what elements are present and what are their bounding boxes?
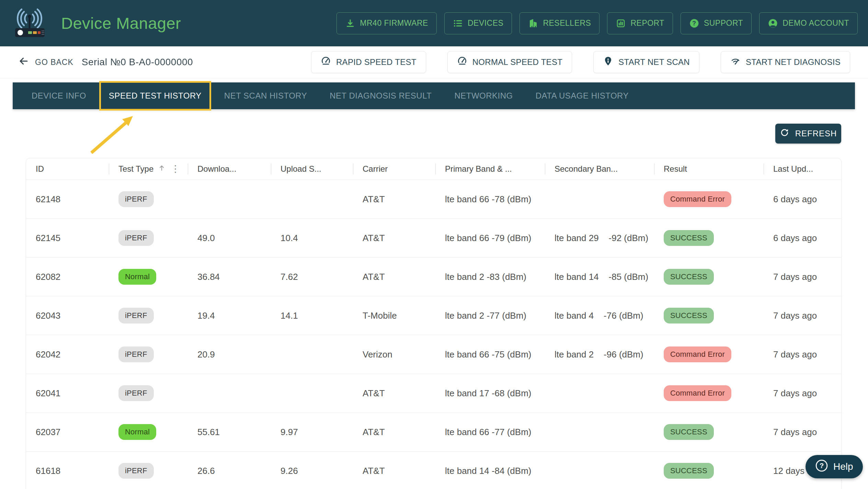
table-header-row: IDTest Type⋮Downloa...Upload S...Carrier… [26,158,841,180]
toolbar-button-start-net-scan[interactable]: START NET SCAN [593,51,699,73]
column-header-primary-band[interactable]: Primary Band & ... [435,158,545,180]
cell-download: 26.6 [188,466,271,476]
download-icon [345,18,355,29]
help-label: Help [833,461,853,472]
cell-id: 62082 [26,272,109,282]
tab-device-info[interactable]: DEVICE INFO [32,91,98,101]
tab-speed-test-history-highlighted[interactable]: SPEED TEST HISTORY [99,81,211,111]
cell-download: 36.84 [188,272,271,282]
table-body: 62148iPERFAT&Tlte band 66 -78 (dBm)Comma… [26,180,841,489]
nav-button-label: REPORT [630,19,664,28]
cell-id: 62042 [26,349,109,360]
table-row[interactable]: 61618iPERF26.69.26AT&Tlte band 14 -84 (d… [26,451,841,489]
cell-download: 49.0 [188,233,271,243]
cell-test-type: iPERF [109,346,188,362]
column-header-carrier[interactable]: Carrier [353,158,435,180]
table-row[interactable]: 62082Normal36.847.62AT&Tlte band 2 -83 (… [26,257,841,296]
device-toolbar: GO BACK Serial №0 B-A0-0000000 RAPID SPE… [0,46,868,78]
column-header-label: Test Type [118,164,153,174]
column-header-label: Downloa... [197,164,236,174]
toolbar-button-label: NORMAL SPEED TEST [472,57,563,67]
cell-id: 62148 [26,194,109,205]
annotation-arrow [86,112,144,158]
cell-secondary-band: lte band 14 -85 (dBm) [545,272,654,282]
nav-button-label: SUPPORT [704,19,743,28]
nav-button-label: RESELLERS [543,19,591,28]
cell-primary-band: lte band 17 -68 (dBm) [435,388,545,399]
nav-button-label: DEMO ACCOUNT [783,19,849,28]
speed-test-history-table: IDTest Type⋮Downloa...Upload S...Carrier… [26,158,842,489]
tab-data-usage-history[interactable]: DATA USAGE HISTORY [524,91,640,101]
cell-last-updated: 6 days ago [764,194,841,205]
column-header-test-type[interactable]: Test Type⋮ [109,158,188,180]
app-header: Device Manager MR40 FIRMWAREDEVICESRESEL… [0,0,868,46]
cell-test-type: Normal [109,424,188,440]
column-header-upload-s[interactable]: Upload S... [271,158,353,180]
cell-id: 62043 [26,310,109,321]
nav-button-mr40-firmware[interactable]: MR40 FIRMWARE [336,12,437,34]
table-row[interactable]: 62145iPERF49.010.4AT&Tlte band 66 -79 (d… [26,218,841,257]
column-header-downloa[interactable]: Downloa... [188,158,271,180]
cell-last-updated: 7 days ago [764,427,841,437]
toolbar-button-normal-speed-test[interactable]: NORMAL SPEED TEST [447,51,572,73]
cell-carrier: T-Mobile [353,310,435,321]
cell-last-updated: 7 days ago [764,388,841,399]
cell-test-type: iPERF [109,308,188,323]
cell-carrier: AT&T [353,427,435,437]
device-serial-number: Serial №0 B-A0-0000000 [82,57,193,68]
nav-button-support[interactable]: ?SUPPORT [681,12,752,34]
column-menu-icon[interactable]: ⋮ [169,163,182,175]
gauge-icon [457,56,467,68]
column-header-last-upd[interactable]: Last Upd... [764,158,841,180]
cell-result: SUCCESS [654,463,764,479]
nav-button-report[interactable]: REPORT [607,12,673,34]
table-row[interactable]: 62148iPERFAT&Tlte band 66 -78 (dBm)Comma… [26,180,841,218]
result-badge: SUCCESS [664,269,714,285]
nav-button-resellers[interactable]: RESELLERS [519,12,599,34]
cell-id: 62041 [26,388,109,399]
toolbar-button-rapid-speed-test[interactable]: RAPID SPEED TEST [311,51,426,73]
cell-primary-band: lte band 66 -78 (dBm) [435,194,545,205]
cell-last-updated: 6 days ago [764,233,841,243]
result-badge: Command Error [664,191,731,207]
table-row[interactable]: 62037Normal55.619.97AT&Tlte band 66 -77 … [26,412,841,451]
question-icon: ? [689,18,699,29]
column-header-id[interactable]: ID [26,158,109,180]
nav-button-demo-account[interactable]: DEMO ACCOUNT [759,12,858,34]
tab-net-scan-history[interactable]: NET SCAN HISTORY [213,91,318,101]
table-row[interactable]: 62042iPERF20.9Verizonlte band 66 -75 (dB… [26,335,841,374]
person-icon [768,18,778,29]
result-badge: SUCCESS [664,230,714,246]
wifi-diagnosis-icon [730,56,741,68]
cell-test-type: iPERF [109,385,188,401]
help-question-icon: ? [815,459,828,475]
cell-id: 61618 [26,466,109,476]
test-type-badge: Normal [118,424,156,440]
cell-upload: 14.1 [271,310,353,321]
cell-download: 20.9 [188,349,271,360]
tab-networking[interactable]: NETWORKING [443,91,524,101]
svg-text:?: ? [820,462,824,469]
column-header-secondary-ban[interactable]: Secondary Ban... [545,158,654,180]
go-back-button[interactable]: GO BACK [18,55,73,69]
table-row[interactable]: 62043iPERF19.414.1T-Mobilelte band 2 -77… [26,296,841,335]
cell-result: Command Error [654,191,764,207]
toolbar-button-start-net-diagnosis[interactable]: START NET DIAGNOSIS [721,51,850,73]
nav-button-devices[interactable]: DEVICES [444,12,512,34]
cell-last-updated: 7 days ago [764,272,841,282]
refresh-button[interactable]: REFRESH [775,124,841,144]
refresh-icon [780,128,789,139]
result-badge: SUCCESS [664,424,714,440]
sort-up-icon[interactable] [158,164,166,174]
test-type-badge: Normal [118,269,156,285]
cell-test-type: iPERF [109,191,188,207]
table-row[interactable]: 62041iPERFAT&Tlte band 17 -68 (dBm)Comma… [26,374,841,412]
cell-upload: 9.26 [271,466,353,476]
tab-net-diagnosis-result[interactable]: NET DIAGNOSIS RESULT [318,91,443,101]
column-header-result[interactable]: Result [654,158,764,180]
page-title: Device Manager [61,14,181,33]
main-nav: MR40 FIRMWAREDEVICESRESELLERSREPORT?SUPP… [336,12,858,34]
help-button[interactable]: ? Help [806,455,863,478]
cell-result: SUCCESS [654,269,764,285]
cell-result: Command Error [654,346,764,362]
